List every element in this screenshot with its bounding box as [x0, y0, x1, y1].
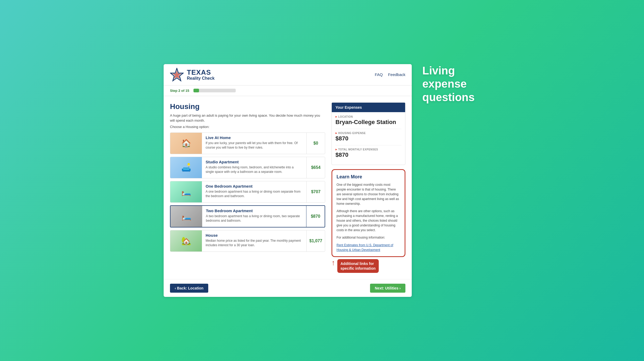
content-area: Housing A huge part of being an adult is…	[164, 96, 412, 279]
learn-more-title: Learn More	[337, 174, 400, 180]
option-img-twobr: 🛏️	[171, 206, 202, 227]
housing-expense-label: HOUSING EXPENSE	[335, 132, 401, 135]
option-desc-home: If you are lucky, your parents will let …	[206, 141, 303, 150]
housing-expense-row: HOUSING EXPENSE $870	[335, 132, 401, 142]
option-live-at-home[interactable]: 🏠 Live At Home If you are lucky, your pa…	[170, 132, 325, 154]
annotation-text: Additional links forspecific information	[340, 262, 376, 270]
logo-texas: TEXAS	[187, 69, 215, 76]
option-img-studio: 🛋️	[170, 157, 202, 178]
expenses-box: Your Expenses LOCATION Bryan-College Sta…	[332, 102, 405, 165]
option-price-onebr: $707	[306, 181, 325, 202]
next-button[interactable]: Next: Utilities ›	[370, 284, 405, 293]
option-info-onebr: One Bedroom Apartment A one bedroom apar…	[202, 181, 306, 202]
feedback-link[interactable]: Feedback	[388, 72, 405, 77]
side-text-line1: Living	[422, 64, 480, 77]
progress-bar-area: Step 2 of 15	[164, 86, 412, 96]
option-info-twobr: Two Bedroom Apartment A two bedroom apar…	[202, 206, 306, 227]
progress-track	[193, 89, 236, 92]
option-img-house: 🏡	[170, 230, 202, 251]
option-desc-house: Median home price as listed for the past…	[206, 239, 303, 248]
option-name-studio: Studio Apartment	[206, 160, 303, 164]
option-price-house: $1,077	[306, 230, 325, 251]
option-info-house: House Median home price as listed for th…	[202, 230, 306, 251]
option-price-home: $0	[306, 133, 325, 154]
location-row: LOCATION Bryan-College Station	[335, 115, 401, 126]
option-img-onebr: 🛏️	[170, 181, 202, 202]
house-icon: 🏡	[181, 236, 191, 245]
total-expense-row: TOTAL MONTHLY EXPENSES $870	[335, 148, 401, 158]
header: TEXAS Reality Check FAQ Feedback	[164, 64, 412, 86]
option-desc-twobr: A two bedroom apartment has a living or …	[206, 214, 302, 223]
left-panel: Housing A huge part of being an adult is…	[170, 102, 325, 273]
location-label: LOCATION	[335, 115, 401, 118]
bottom-nav: ‹ Back: Location Next: Utilities ›	[164, 279, 412, 297]
onebr-icon: 🛏️	[181, 187, 191, 196]
learn-more-p1: One of the biggest monthly costs most pe…	[337, 182, 400, 206]
option-desc-studio: A studio combines living room, bedroom, …	[206, 165, 303, 174]
learn-more-for-additional: For additional housing information:	[337, 235, 400, 240]
option-desc-onebr: A one bedroom apartment has a living or …	[206, 189, 303, 198]
option-studio[interactable]: 🛋️ Studio Apartment A studio combines li…	[170, 157, 325, 178]
option-price-twobr: $870	[306, 206, 325, 227]
right-panel: Your Expenses LOCATION Bryan-College Sta…	[332, 102, 405, 273]
section-desc: A huge part of being an adult is paying …	[170, 113, 325, 123]
expense-divider-1	[335, 129, 401, 129]
logo-reality: Reality Check	[187, 76, 215, 81]
faq-link[interactable]: FAQ	[375, 72, 383, 77]
option-name-onebr: One Bedroom Apartment	[206, 184, 303, 188]
option-house[interactable]: 🏡 House Median home price as listed for …	[170, 230, 325, 252]
progress-fill	[193, 89, 199, 92]
learn-more-p2: Although there are other options, such a…	[337, 209, 400, 232]
texas-star-logo	[170, 68, 184, 82]
studio-icon: 🛋️	[181, 163, 191, 172]
side-text-line3: questions	[422, 91, 480, 104]
option-name-home: Live At Home	[206, 135, 303, 140]
step-label: Step 2 of 15	[170, 89, 189, 93]
housing-expense-value: $870	[335, 135, 401, 142]
option-name-twobr: Two Bedroom Apartment	[206, 208, 302, 213]
learn-more-box: Learn More One of the biggest monthly co…	[332, 169, 405, 257]
logo-text: TEXAS Reality Check	[187, 69, 215, 81]
option-name-house: House	[206, 233, 303, 238]
choose-label: Choose a Housing option:	[170, 125, 325, 129]
arrow-annotation: ↑ Additional links forspecific informati…	[332, 259, 405, 273]
back-button[interactable]: ‹ Back: Location	[170, 284, 208, 293]
option-info-studio: Studio Apartment A studio combines livin…	[202, 157, 306, 178]
location-value: Bryan-College Station	[335, 119, 401, 126]
total-expense-value: $870	[335, 151, 401, 158]
option-img-home: 🏠	[170, 133, 202, 154]
expenses-header: Your Expenses	[332, 103, 405, 112]
option-two-bedroom[interactable]: 🛏️ Two Bedroom Apartment A two bedroom a…	[170, 205, 325, 227]
option-price-studio: $654	[306, 157, 325, 178]
logo-area: TEXAS Reality Check	[170, 68, 215, 82]
option-one-bedroom[interactable]: 🛏️ One Bedroom Apartment A one bedroom a…	[170, 181, 325, 203]
expense-divider-2	[335, 145, 401, 145]
hud-link[interactable]: Rent Estimates from U.S. Department of H…	[337, 243, 393, 252]
section-title: Housing	[170, 102, 325, 111]
twobr-icon: 🛏️	[182, 212, 191, 221]
nav-links: FAQ Feedback	[375, 72, 405, 77]
page-wrapper: TEXAS Reality Check FAQ Feedback Step 2 …	[164, 64, 480, 297]
option-info-home: Live At Home If you are lucky, your pare…	[202, 133, 306, 154]
arrow-up-icon: ↑	[332, 259, 335, 267]
side-text-line2: expense	[422, 77, 480, 91]
home-icon: 🏠	[181, 139, 191, 148]
expenses-body: LOCATION Bryan-College Station HOUSING E…	[332, 112, 405, 165]
side-text: Living expense questions	[422, 64, 480, 104]
total-expense-label: TOTAL MONTHLY EXPENSES	[335, 148, 401, 151]
annotation-badge: Additional links forspecific information	[337, 259, 379, 273]
main-card: TEXAS Reality Check FAQ Feedback Step 2 …	[164, 64, 412, 297]
